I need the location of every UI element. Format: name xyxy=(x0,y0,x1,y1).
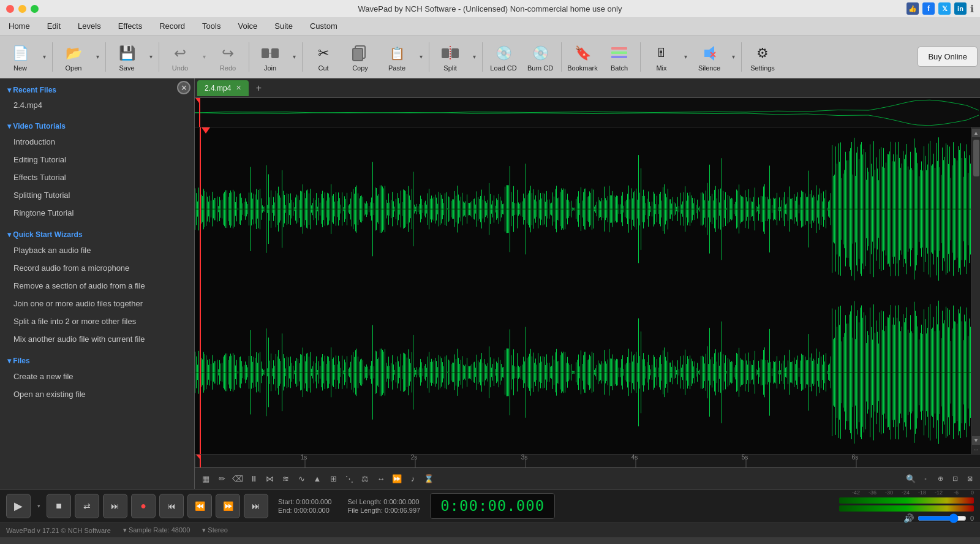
fast-forward-button[interactable]: ⏩ xyxy=(216,494,240,518)
zoom-slider[interactable]: ▪ xyxy=(919,472,932,485)
trim-button[interactable]: ⌛ xyxy=(421,471,436,486)
sidebar-close-button[interactable]: ✕ xyxy=(177,81,190,94)
fade-button[interactable]: ⋱ xyxy=(342,471,356,486)
zoom-reset-button[interactable]: ⊠ xyxy=(963,472,976,485)
undo-dropdown[interactable]: ▾ xyxy=(199,39,209,75)
play-dropdown[interactable]: ▾ xyxy=(34,494,43,518)
loadcd-button[interactable]: 💿 Load CD xyxy=(486,39,521,75)
eraser-tool-button[interactable]: ⌫ xyxy=(230,471,245,486)
sidebar-item-ringtone-tutorial[interactable]: Ringtone Tutorial xyxy=(5,204,189,222)
redo-button[interactable]: ↪ Redo xyxy=(210,39,246,75)
mix-button[interactable]: 🎚 Mix xyxy=(644,39,679,75)
join-button[interactable]: Join xyxy=(252,39,288,75)
bookmark-button[interactable]: 🔖 Bookmark xyxy=(565,39,600,75)
zoom-fit-button[interactable]: ⊡ xyxy=(948,472,962,485)
sidebar-item-playback[interactable]: Playback an audio file xyxy=(5,241,189,259)
sidebar-item-effects-tutorial[interactable]: Effects Tutorial xyxy=(5,168,189,186)
info-icon[interactable]: ℹ xyxy=(970,3,974,15)
eq-button[interactable]: ⊞ xyxy=(326,471,341,486)
volume-icon[interactable]: 🔊 xyxy=(903,513,914,523)
sidebar-item-open-file[interactable]: Open an existing file xyxy=(5,385,189,403)
record-button[interactable]: ● xyxy=(131,494,156,518)
marker-button[interactable]: ⏸ xyxy=(246,471,261,486)
main-waveform[interactable]: /* waveform drawn inline */ ▲ xyxy=(195,127,980,454)
sidebar-item-record-mic[interactable]: Record audio from a microphone xyxy=(5,259,189,277)
menu-custom[interactable]: Custom xyxy=(301,17,346,35)
silence-dropdown[interactable]: ▾ xyxy=(728,39,738,75)
sidebar-item-split-file[interactable]: Split a file into 2 or more other files xyxy=(5,312,189,330)
menu-suite[interactable]: Suite xyxy=(266,17,301,35)
open-button[interactable]: 📂 Open xyxy=(56,39,91,75)
menu-levels[interactable]: Levels xyxy=(69,17,110,35)
skip-back-button[interactable]: ⏮ xyxy=(159,494,184,518)
expand-icon[interactable]: ↔ xyxy=(973,446,979,453)
rewind-button[interactable]: ⏪ xyxy=(187,494,212,518)
save-dropdown[interactable]: ▾ xyxy=(146,39,156,75)
paste-dropdown[interactable]: ▾ xyxy=(416,39,426,75)
overview-waveform[interactable] xyxy=(195,98,980,127)
facebook-icon[interactable]: f xyxy=(922,2,935,15)
normalize-button[interactable]: ⚖ xyxy=(358,471,372,486)
quick-start-title[interactable]: ▾ Quick Start Wizards xyxy=(5,227,189,241)
files-title[interactable]: ▾ Files xyxy=(5,353,189,368)
split-dropdown[interactable]: ▾ xyxy=(469,39,479,75)
new-button[interactable]: 📄 New xyxy=(2,39,38,75)
sidebar-item-editing-tutorial[interactable]: Editing Tutorial xyxy=(5,151,189,168)
tab-close-button[interactable]: ✕ xyxy=(236,84,241,92)
freq-button[interactable]: ≋ xyxy=(278,471,293,486)
silence-button[interactable]: Silence xyxy=(692,39,727,75)
sidebar-item-remove-section[interactable]: Remove a section of audio from a file xyxy=(5,277,189,295)
sidebar-item-mix-file[interactable]: Mix another audio file with current file xyxy=(5,330,189,348)
sidebar-item-splitting-tutorial[interactable]: Splitting Tutorial xyxy=(5,186,189,204)
twitter-icon[interactable]: 𝕏 xyxy=(938,2,951,15)
minimize-button[interactable] xyxy=(18,5,26,13)
menu-home[interactable]: Home xyxy=(0,17,39,35)
settings-button[interactable]: ⚙ Settings xyxy=(745,39,780,75)
linkedin-icon[interactable]: in xyxy=(954,2,967,15)
pencil-tool-button[interactable]: ✏ xyxy=(214,471,229,486)
new-dropdown[interactable]: ▾ xyxy=(39,39,49,75)
zoom-out-button[interactable]: 🔍 xyxy=(904,472,918,485)
save-button[interactable]: 💾 Save xyxy=(109,39,145,75)
denoise-button[interactable]: ∿ xyxy=(294,471,309,486)
skip-forward-button[interactable]: ⏭ xyxy=(244,494,268,518)
scroll-thumb[interactable] xyxy=(973,140,979,176)
copy-button[interactable]: Copy xyxy=(342,39,378,75)
sidebar-item-create-file[interactable]: Create a new file xyxy=(5,368,189,385)
pitch-button[interactable]: ♪ xyxy=(405,471,420,486)
undo-button[interactable]: ↩ Undo xyxy=(162,39,198,75)
waveform-canvas[interactable] xyxy=(195,127,971,454)
open-dropdown[interactable]: ▾ xyxy=(92,39,102,75)
zoom-in-button[interactable]: ⊕ xyxy=(933,472,947,485)
scroll-down-button[interactable]: ▼ xyxy=(972,436,981,445)
menu-voice[interactable]: Voice xyxy=(229,17,266,35)
tab-add-button[interactable]: + xyxy=(251,81,266,96)
burncd-button[interactable]: 💿 Burn CD xyxy=(522,39,558,75)
recent-files-title[interactable]: ▾ Recent Files xyxy=(5,82,189,97)
close-button[interactable] xyxy=(6,5,14,13)
join-dropdown[interactable]: ▾ xyxy=(289,39,299,75)
volume-slider[interactable] xyxy=(918,513,967,523)
menu-record[interactable]: Record xyxy=(151,17,194,35)
paste-button[interactable]: 📋 Paste xyxy=(379,39,415,75)
maximize-button[interactable] xyxy=(31,5,39,13)
skip-to-end-button[interactable]: ⏭ xyxy=(103,494,127,518)
menu-edit[interactable]: Edit xyxy=(39,17,69,35)
video-tutorials-title[interactable]: ▾ Video Tutorials xyxy=(5,118,189,133)
tab-file[interactable]: 2.4.mp4 ✕ xyxy=(197,80,249,96)
amplify-button[interactable]: ▲ xyxy=(310,471,325,486)
scroll-up-button[interactable]: ▲ xyxy=(972,129,981,137)
sidebar-item-introduction[interactable]: Introduction xyxy=(5,133,189,151)
speed-button[interactable]: ⏩ xyxy=(390,471,404,486)
buy-online-button[interactable]: Buy Online xyxy=(918,47,978,67)
select-tool-button[interactable]: ▦ xyxy=(198,471,213,486)
cut-button[interactable]: ✂ Cut xyxy=(306,39,341,75)
thumbsup-icon[interactable]: 👍 xyxy=(907,2,919,15)
batch-button[interactable]: Batch xyxy=(601,39,637,75)
play-button[interactable]: ▶ xyxy=(6,494,31,518)
region-button[interactable]: ⋈ xyxy=(262,471,277,486)
loop-button[interactable]: ⇄ xyxy=(75,494,99,518)
sidebar-item-join-files[interactable]: Join one or more audio files together xyxy=(5,295,189,312)
menu-tools[interactable]: Tools xyxy=(194,17,229,35)
right-scrollbar[interactable]: ▲ ▼ ↔ xyxy=(971,127,980,454)
